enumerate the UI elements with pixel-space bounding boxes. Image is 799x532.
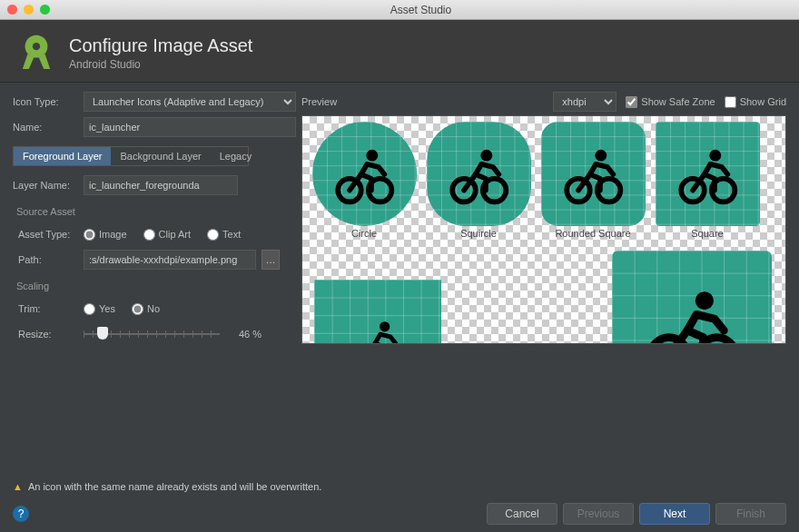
previous-button[interactable]: Previous — [563, 503, 634, 525]
grid-checkbox[interactable]: Show Grid — [725, 96, 786, 108]
resize-value: 46 % — [225, 329, 261, 340]
resize-slider[interactable] — [84, 325, 220, 343]
dpi-select[interactable]: xhdpi — [553, 92, 617, 112]
layer-tabs: Foreground Layer Background Layer Legacy — [13, 146, 249, 166]
minimize-window-button[interactable] — [24, 5, 34, 15]
asset-type-label: Asset Type: — [13, 229, 78, 240]
tab-background[interactable]: Background Layer — [111, 147, 210, 165]
asset-type-clipart-radio[interactable]: Clip Art — [143, 229, 191, 241]
dialog-button-row: ? Cancel Previous Next Finish — [13, 503, 786, 525]
icon-type-select[interactable]: Launcher Icons (Adaptive and Legacy) — [84, 92, 296, 112]
tab-foreground[interactable]: Foreground Layer — [14, 147, 111, 165]
trim-label: Trim: — [13, 303, 78, 314]
next-button[interactable]: Next — [639, 503, 710, 525]
resize-label: Resize: — [13, 329, 78, 340]
preview-squircle: Squircle — [424, 122, 533, 239]
preview-panel: Preview xhdpi Show Safe Zone Show Grid C… — [301, 92, 786, 344]
svg-point-4 — [33, 43, 40, 50]
preview-full-bleed: Full Bleed Layers — [310, 280, 446, 344]
zoom-window-button[interactable] — [40, 5, 50, 15]
name-label: Name: — [13, 122, 78, 133]
browse-button[interactable]: … — [261, 250, 280, 270]
path-input[interactable] — [84, 250, 256, 270]
trim-no-radio[interactable]: No — [132, 303, 160, 315]
source-asset-section: Source Asset — [16, 206, 296, 217]
path-label: Path: — [13, 254, 78, 265]
android-studio-logo-icon — [16, 33, 56, 73]
warning-icon: ▲ — [13, 481, 23, 492]
titlebar: Asset Studio — [0, 0, 799, 20]
dialog-header: Configure Image Asset Android Studio — [0, 20, 799, 83]
dialog-subtitle: Android Studio — [69, 58, 252, 71]
layer-name-input[interactable] — [84, 175, 238, 195]
trim-yes-radio[interactable]: Yes — [84, 303, 115, 315]
asset-type-image-radio[interactable]: Image — [84, 229, 127, 241]
dialog-title: Configure Image Asset — [69, 35, 252, 56]
preview-circle: Circle — [310, 122, 419, 239]
scaling-section: Scaling — [16, 281, 296, 291]
close-window-button[interactable] — [7, 5, 17, 15]
config-form: Icon Type: Launcher Icons (Adaptive and … — [13, 92, 296, 344]
help-button[interactable]: ? — [13, 506, 29, 522]
preview-rounded-square: Rounded Square — [538, 122, 647, 239]
preview-square: Square — [653, 122, 762, 239]
preview-canvas: Circle Squircle Rounded Square Square Fu… — [301, 115, 786, 344]
asset-type-text-radio[interactable]: Text — [207, 229, 241, 241]
finish-button[interactable]: Finish — [715, 503, 786, 525]
name-input[interactable] — [84, 117, 296, 137]
window-title: Asset Studio — [50, 4, 792, 16]
tab-legacy[interactable]: Legacy — [211, 147, 261, 165]
icon-type-label: Icon Type: — [13, 96, 78, 107]
layer-name-label: Layer Name: — [13, 180, 78, 191]
warning-message: ▲ An icon with the same name already exi… — [13, 481, 321, 492]
preview-play-store: Google Play Store Icon — [607, 251, 776, 344]
preview-label: Preview — [301, 96, 337, 107]
cancel-button[interactable]: Cancel — [487, 503, 557, 525]
safezone-checkbox[interactable]: Show Safe Zone — [626, 96, 715, 108]
